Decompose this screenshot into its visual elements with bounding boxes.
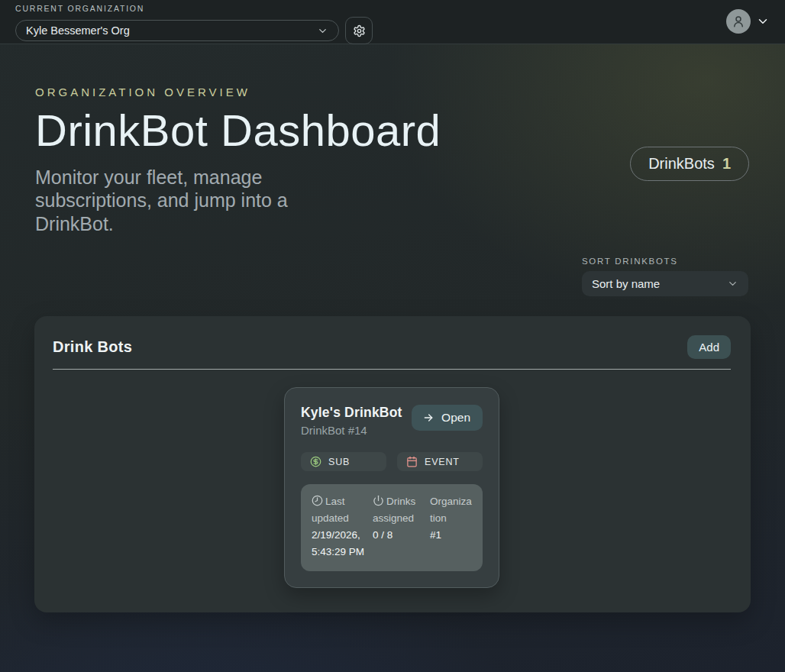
drinkbot-dashboard-page: CURRENT ORGANIZATION Kyle Bessemer's Org xyxy=(0,0,785,672)
stat-last-updated-value: 2/19/2026, 5:43:29 PM xyxy=(312,527,367,561)
page-subtitle: Monitor your fleet, manage subscriptions… xyxy=(35,166,350,236)
open-button-label: Open xyxy=(441,411,470,425)
panel-divider xyxy=(53,369,731,370)
top-bar: CURRENT ORGANIZATION Kyle Bessemer's Org xyxy=(0,0,785,44)
calendar-icon xyxy=(406,456,418,467)
chevron-down-icon xyxy=(317,25,328,37)
stat-organization-label: Organization xyxy=(430,496,472,524)
panel-title: Drink Bots xyxy=(53,338,132,356)
stat-drinks-assigned: Drinks assigned 0 / 8 xyxy=(373,493,424,561)
drinkbots-count-value: 1 xyxy=(722,155,731,173)
sort-drinkbots-select[interactable]: Sort by name xyxy=(582,271,748,296)
subscription-badge-label: SUB xyxy=(328,457,350,467)
chevron-down-icon xyxy=(727,278,738,289)
gear-icon xyxy=(353,24,366,37)
hero-eyebrow: ORGANIZATION OVERVIEW xyxy=(35,86,750,99)
user-avatar-icon xyxy=(732,15,745,28)
stat-drinks-assigned-value: 0 / 8 xyxy=(373,527,424,544)
open-drinkbot-button[interactable]: Open xyxy=(412,405,483,431)
user-avatar[interactable] xyxy=(726,9,751,34)
add-drinkbot-button[interactable]: Add xyxy=(687,335,731,359)
subscription-badge: SUB xyxy=(301,452,386,471)
hero-section: ORGANIZATION OVERVIEW DrinkBot Dashboard… xyxy=(0,44,785,235)
sort-select-value: Sort by name xyxy=(592,277,660,290)
stat-last-updated: Last updated 2/19/2026, 5:43:29 PM xyxy=(312,493,367,561)
event-badge: EVENT xyxy=(397,452,483,471)
current-organization-block: CURRENT ORGANIZATION Kyle Bessemer's Org xyxy=(15,4,373,44)
drinkbot-card-titles: Kyle's DrinkBot DrinkBot #14 xyxy=(301,405,402,437)
sort-row: SORT DRINKBOTS Sort by name xyxy=(0,257,785,296)
current-organization-label: CURRENT ORGANIZATION xyxy=(15,4,373,13)
event-badge-label: EVENT xyxy=(425,457,460,467)
stat-organization-value: #1 xyxy=(430,527,472,544)
dollar-circle-icon xyxy=(310,456,321,467)
drink-bots-panel: Drink Bots Add Kyle's DrinkBot DrinkBot … xyxy=(34,316,751,612)
drinkbots-count-pill: DrinkBots 1 xyxy=(630,147,749,181)
clock-icon xyxy=(312,495,323,506)
drinkbot-number: DrinkBot #14 xyxy=(301,424,402,437)
org-settings-button[interactable] xyxy=(345,17,373,44)
organization-select-value: Kyle Bessemer's Org xyxy=(26,24,130,37)
stat-organization: Organization #1 xyxy=(430,493,472,561)
power-icon xyxy=(373,495,384,506)
account-menu-chevron-down-icon[interactable] xyxy=(756,15,770,28)
account-menu xyxy=(726,4,770,34)
arrow-right-icon xyxy=(422,412,434,424)
organization-select[interactable]: Kyle Bessemer's Org xyxy=(15,20,339,41)
drinkbot-name: Kyle's DrinkBot xyxy=(301,405,402,421)
drinkbots-count-label: DrinkBots xyxy=(648,155,715,173)
drinkbot-card: Kyle's DrinkBot DrinkBot #14 Open xyxy=(284,387,499,588)
drinkbot-stats: Last updated 2/19/2026, 5:43:29 PM Drink… xyxy=(301,484,483,571)
sort-drinkbots-label: SORT DRINKBOTS xyxy=(582,257,748,266)
